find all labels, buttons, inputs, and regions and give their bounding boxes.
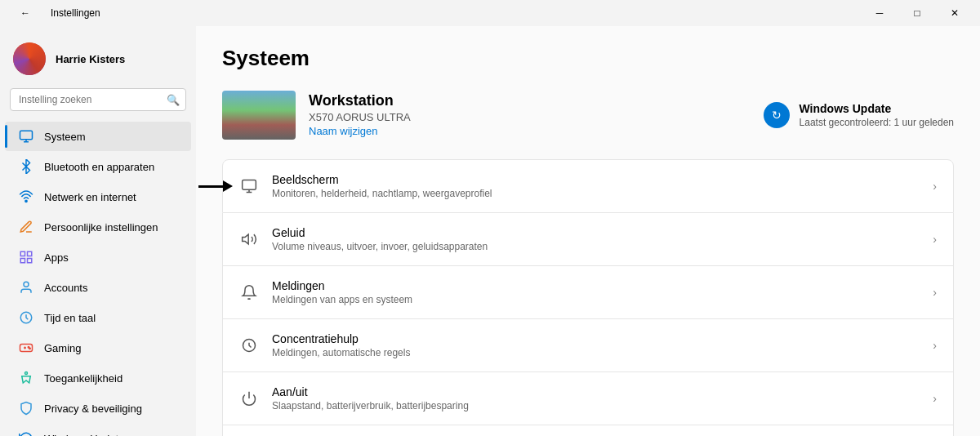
settings-item-beeldscherm[interactable]: Beeldscherm Monitoren, helderheid, nacht… xyxy=(222,159,954,213)
sidebar-item-accounts[interactable]: Accounts xyxy=(5,273,191,302)
nav-list: Systeem Bluetooth en apparaten Netwerk e… xyxy=(0,121,196,436)
sidebar-item-persoonlijk[interactable]: Persoonlijke instellingen xyxy=(5,212,191,242)
settings-item-title-geluid: Geluid xyxy=(272,226,488,239)
sidebar-item-systeem[interactable]: Systeem xyxy=(5,122,191,151)
settings-item-left-geluid: Geluid Volume niveaus, uitvoer, invoer, … xyxy=(239,226,488,252)
settings-item-text-aanuit: Aan/uit Slaapstand, batterijverbruik, ba… xyxy=(272,385,469,412)
external-arrow xyxy=(198,180,233,192)
settings-item-left-meldingen: Meldingen Meldingen van apps en systeem xyxy=(239,279,412,305)
sidebar-item-tijd[interactable]: Tijd en taal xyxy=(5,303,191,332)
sidebar-item-label-netwerk: Netwerk en internet xyxy=(44,191,136,203)
settings-item-title-aanuit: Aan/uit xyxy=(272,385,469,398)
device-name: Workstation xyxy=(309,92,411,109)
apps-icon xyxy=(18,249,34,265)
accounts-icon xyxy=(18,279,34,296)
settings-item-title-concentratiehulp: Concentratiehulp xyxy=(272,332,410,345)
sidebar-item-label-tijd: Tijd en taal xyxy=(44,312,96,324)
meldingen-icon xyxy=(239,283,259,302)
svg-rect-16 xyxy=(243,180,256,190)
chevron-right-icon-beeldscherm: › xyxy=(933,180,937,193)
sidebar-item-update[interactable]: Windows Update xyxy=(5,424,191,436)
chevron-right-icon-aanuit: › xyxy=(933,392,937,405)
sidebar-item-bluetooth[interactable]: Bluetooth en apparaten xyxy=(5,152,191,181)
sidebar: Harrie Kisters 🔍 Systeem Bluetooth en ap… xyxy=(0,26,196,436)
device-thumbnail xyxy=(222,91,296,140)
settings-item-subtitle-beeldscherm: Monitoren, helderheid, nachtlamp, weerga… xyxy=(272,188,492,199)
sidebar-item-label-update: Windows Update xyxy=(44,433,124,437)
device-info: Workstation X570 AORUS ULTRA Naam wijzig… xyxy=(222,91,411,140)
geluid-icon xyxy=(239,229,259,249)
svg-rect-0 xyxy=(20,131,33,140)
svg-point-14 xyxy=(29,348,31,349)
sidebar-item-label-persoonlijk: Persoonlijke instellingen xyxy=(44,221,158,234)
chevron-right-icon-meldingen: › xyxy=(933,286,937,299)
persoonlijk-icon xyxy=(18,219,34,235)
search-box: 🔍 xyxy=(10,88,186,111)
settings-item-left-aanuit: Aan/uit Slaapstand, batterijverbruik, ba… xyxy=(239,385,469,412)
titlebar-title: Instellingen xyxy=(51,7,100,19)
systeem-icon xyxy=(18,128,34,145)
avatar-image xyxy=(13,42,46,75)
sidebar-item-label-toegankelijkheid: Toegankelijkheid xyxy=(44,372,122,385)
device-rename-link[interactable]: Naam wijzigen xyxy=(309,125,378,137)
svg-rect-7 xyxy=(28,259,32,263)
device-image xyxy=(222,91,296,140)
toegankelijkheid-icon xyxy=(18,370,34,386)
user-section: Harrie Kisters xyxy=(0,33,196,88)
svg-rect-6 xyxy=(20,259,24,263)
settings-item-subtitle-meldingen: Meldingen van apps en systeem xyxy=(272,294,412,305)
settings-item-concentratiehulp[interactable]: Concentratiehulp Meldingen, automatische… xyxy=(222,319,954,372)
update-title: Windows Update xyxy=(800,102,954,115)
titlebar: ← Instellingen ─ □ ✕ xyxy=(0,0,980,26)
sidebar-item-netwerk[interactable]: Netwerk en internet xyxy=(5,182,191,211)
settings-item-subtitle-concentratiehulp: Meldingen, automatische regels xyxy=(272,347,410,358)
maximize-button[interactable]: □ xyxy=(898,0,936,26)
sidebar-item-label-bluetooth: Bluetooth en apparaten xyxy=(44,161,154,173)
settings-item-left-concentratiehulp: Concentratiehulp Meldingen, automatische… xyxy=(239,332,410,358)
sidebar-item-label-privacy: Privacy & beveiliging xyxy=(44,403,142,415)
settings-item-title-meldingen: Meldingen xyxy=(272,279,412,292)
settings-item-text-meldingen: Meldingen Meldingen van apps en systeem xyxy=(272,279,412,305)
settings-list: Beeldscherm Monitoren, helderheid, nacht… xyxy=(222,159,954,436)
settings-item-geluid[interactable]: Geluid Volume niveaus, uitvoer, invoer, … xyxy=(222,213,954,266)
update-subtitle: Laatst gecontroleerd: 1 uur geleden xyxy=(800,117,954,128)
sidebar-item-toegankelijkheid[interactable]: Toegankelijkheid xyxy=(5,363,191,393)
update-text: Windows Update Laatst gecontroleerd: 1 u… xyxy=(800,102,954,128)
device-details: Workstation X570 AORUS ULTRA Naam wijzig… xyxy=(309,92,411,138)
settings-item-subtitle-aanuit: Slaapstand, batterijverbruik, batterijbe… xyxy=(272,400,469,412)
settings-item-title-beeldscherm: Beeldscherm xyxy=(272,173,492,186)
settings-item-aanuit[interactable]: Aan/uit Slaapstand, batterijverbruik, ba… xyxy=(222,372,954,425)
avatar xyxy=(13,42,46,75)
minimize-button[interactable]: ─ xyxy=(861,0,898,26)
device-model: X570 AORUS ULTRA xyxy=(309,111,411,123)
search-icon-button[interactable]: 🔍 xyxy=(167,94,180,106)
sidebar-item-label-systeem: Systeem xyxy=(44,131,86,143)
sidebar-item-gaming[interactable]: Gaming xyxy=(5,333,191,363)
sidebar-item-apps[interactable]: Apps xyxy=(5,242,191,272)
gaming-icon xyxy=(18,340,34,356)
svg-point-8 xyxy=(24,282,29,287)
settings-item-meldingen[interactable]: Meldingen Meldingen van apps en systeem … xyxy=(222,266,954,319)
search-input[interactable] xyxy=(10,88,186,111)
close-button[interactable]: ✕ xyxy=(936,0,973,26)
settings-item-text-concentratiehulp: Concentratiehulp Meldingen, automatische… xyxy=(272,332,410,358)
beeldscherm-icon xyxy=(239,176,259,196)
page-title: Systeem xyxy=(222,46,954,71)
back-button[interactable]: ← xyxy=(7,0,44,26)
settings-item-opslag[interactable]: Opslag Opslagruimte, stations, configura… xyxy=(222,425,954,436)
concentratiehulp-icon xyxy=(239,336,259,355)
sidebar-item-privacy[interactable]: Privacy & beveiliging xyxy=(5,394,191,423)
titlebar-left: ← Instellingen xyxy=(7,0,100,26)
sidebar-item-label-apps: Apps xyxy=(44,251,69,264)
update-refresh-icon: ↻ xyxy=(772,109,782,122)
app-container: Harrie Kisters 🔍 Systeem Bluetooth en ap… xyxy=(0,26,980,436)
user-name: Harrie Kisters xyxy=(56,53,125,65)
titlebar-controls: ─ □ ✕ xyxy=(861,0,973,26)
svg-point-3 xyxy=(25,200,27,202)
svg-rect-4 xyxy=(20,251,24,256)
chevron-right-icon-concentratiehulp: › xyxy=(933,339,937,352)
settings-item-text-geluid: Geluid Volume niveaus, uitvoer, invoer, … xyxy=(272,226,488,252)
settings-item-text-beeldscherm: Beeldscherm Monitoren, helderheid, nacht… xyxy=(272,173,492,199)
chevron-right-icon-geluid: › xyxy=(933,233,937,246)
svg-point-15 xyxy=(25,372,28,375)
